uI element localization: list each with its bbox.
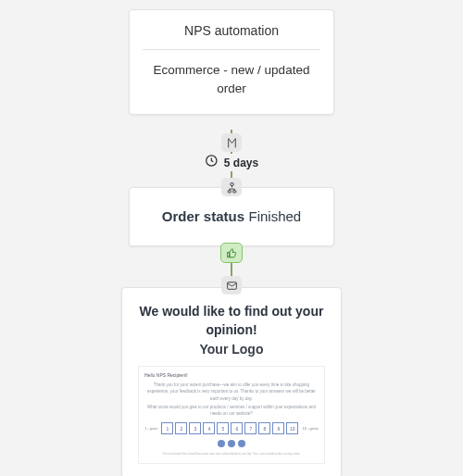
nps-2[interactable]: 2 [175,422,187,434]
automation-flow-canvas: NPS automation Ecommerce - new / updated… [0,0,463,476]
email-headline: We would like to find out your opinion! [135,303,328,339]
nps-1[interactable]: 1 [161,422,173,434]
trigger-event: Ecommerce - new / updated order [139,61,324,99]
nps-scale-row: 1 - poor 1 2 3 4 5 6 7 8 9 10 10 - great [144,422,319,434]
clock-icon [205,154,219,171]
email-body-1: Thank you for your recent purchase—we ai… [144,382,319,402]
email-logo: Your Logo [135,342,328,357]
email-preview: Hello NPS Recipient! Thank you for your … [138,366,325,464]
nps-4[interactable]: 4 [203,422,215,434]
email-card[interactable]: We would like to find out your opinion! … [121,287,342,476]
scale-high: 10 - great [303,426,319,431]
nps-3[interactable]: 3 [189,422,201,434]
trigger-card[interactable]: NPS automation Ecommerce - new / updated… [129,9,334,115]
twitter-icon[interactable] [228,440,235,447]
facebook-icon[interactable] [218,440,225,447]
nps-6[interactable]: 6 [231,422,243,434]
nps-7[interactable]: 7 [244,422,257,434]
branch-icon [221,178,242,196]
nps-scale: 1 2 3 4 5 6 7 8 9 10 [161,422,298,434]
nps-8[interactable]: 8 [258,422,270,434]
thumbs-up-icon [220,243,243,263]
wait-label: 5 days [224,157,258,169]
flag-icon [221,133,242,152]
svg-rect-3 [232,190,235,192]
nps-10[interactable]: 10 [286,422,298,434]
mail-icon [221,276,242,294]
email-body-2: What score would you give to our product… [144,404,319,417]
nps-9[interactable]: 9 [272,422,284,434]
svg-rect-2 [228,190,231,192]
scale-low: 1 - poor [144,426,157,431]
instagram-icon[interactable] [238,440,245,447]
svg-rect-4 [227,282,236,289]
svg-rect-1 [230,182,232,185]
condition-label: Order status [162,208,244,224]
wait-node[interactable]: 5 days [201,154,262,171]
social-icons [144,440,319,448]
nps-5[interactable]: 5 [217,422,229,434]
email-greeting: Hello NPS Recipient! [144,372,319,378]
condition-value: Finished [248,208,301,224]
email-footer: You received this email because you are … [144,452,319,456]
trigger-title: NPS automation [139,23,324,38]
divider [143,49,320,50]
